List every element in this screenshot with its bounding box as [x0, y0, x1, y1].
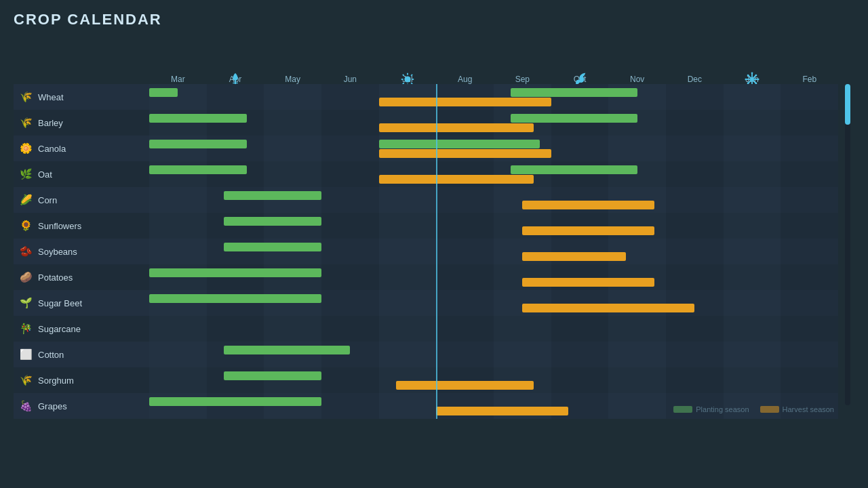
crop-label-sunflowers: 🌻Sunflowers	[14, 213, 149, 239]
crop-name-corn: Corn	[38, 195, 57, 205]
month-label-mar: Mar	[149, 75, 207, 84]
harvest-bar	[522, 278, 654, 287]
planting-bar	[149, 397, 321, 406]
crop-label-sugar-beet: 🌱Sugar Beet	[14, 290, 149, 316]
planting-bar	[149, 268, 321, 277]
crop-name-potatoes: Potatoes	[38, 272, 73, 283]
crop-label-sorghum: 🌾Sorghum	[14, 367, 149, 393]
scrollbar-thumb[interactable]	[845, 84, 850, 125]
crop-label-cotton: ⬜Cotton	[14, 342, 149, 367]
svg-point-17	[747, 75, 749, 77]
month-col-apr: Apr	[207, 72, 264, 84]
month-label-feb: Feb	[781, 75, 838, 84]
harvest-bar	[522, 201, 654, 209]
month-label-dec: Dec	[666, 75, 724, 84]
sugarcane-icon: 🎋	[19, 323, 33, 335]
month-col-jan: Jan	[724, 72, 781, 84]
planting-bar	[224, 371, 321, 380]
harvest-bar	[379, 123, 534, 132]
harvest-bar	[522, 304, 694, 312]
svg-point-0	[404, 76, 410, 82]
rows	[149, 84, 838, 419]
sugar-beet-icon: 🌱	[19, 297, 33, 309]
crop-name-canola: Canola	[38, 144, 66, 154]
crop-name-sugarcane: Sugarcane	[38, 324, 81, 334]
month-label-jun: Jun	[321, 75, 379, 84]
bar-row-wheat	[149, 84, 838, 110]
month-label-aug: Aug	[436, 75, 494, 84]
crop-labels: 🌾Wheat🌾Barley🌼Canola🌿Oat🌽Corn🌻Sunflowers…	[14, 84, 149, 419]
bar-row-sugarcane	[149, 316, 838, 342]
month-col-nov: Nov	[608, 72, 666, 84]
month-col-oct: Oct	[551, 72, 609, 84]
crop-label-corn: 🌽Corn	[14, 187, 149, 213]
planting-bar	[149, 165, 247, 174]
crop-label-potatoes: 🥔Potatoes	[14, 264, 149, 290]
bar-row-cotton	[149, 342, 838, 367]
month-header: Mar AprMayJun JulAugSep OctNovDec JanFeb	[149, 37, 838, 84]
harvest-bar	[436, 407, 568, 415]
crop-label-oat: 🌿Oat	[14, 161, 149, 187]
month-col-dec: Dec	[666, 72, 724, 84]
page-title: CROP CALENDAR	[14, 11, 854, 28]
crop-name-sugar-beet: Sugar Beet	[38, 298, 82, 308]
sunflowers-icon: 🌻	[19, 220, 33, 232]
scrollbar-track[interactable]	[845, 84, 850, 405]
planting-bar	[224, 243, 321, 251]
crop-name-soybeans: Soybeans	[38, 247, 77, 257]
planting-bar	[379, 140, 540, 148]
harvest-bar	[522, 226, 654, 235]
month-col-mar: Mar	[149, 72, 207, 84]
month-col-aug: Aug	[436, 72, 494, 84]
crop-name-sorghum: Sorghum	[38, 375, 74, 386]
main-container: CROP CALENDAR Mar AprMayJun JulAugSep Oc…	[0, 0, 868, 488]
crop-name-wheat: Wheat	[38, 92, 64, 102]
grid-body	[149, 84, 838, 419]
planting-bar	[511, 88, 637, 97]
svg-point-13	[751, 72, 753, 74]
calendar-area: Mar AprMayJun JulAugSep OctNovDec JanFeb…	[14, 37, 854, 419]
crop-label-grapes: 🍇Grapes	[14, 393, 149, 419]
harvest-bar	[379, 175, 534, 184]
sorghum-icon: 🌾	[19, 374, 33, 386]
potatoes-icon: 🥔	[19, 271, 33, 283]
svg-point-16	[757, 79, 760, 81]
oat-icon: 🌿	[19, 168, 33, 180]
bar-row-potatoes	[149, 264, 838, 290]
bar-row-sugar-beet	[149, 290, 838, 316]
bar-row-sorghum	[149, 367, 838, 393]
harvest-bar	[379, 98, 551, 106]
wheat-icon: 🌾	[19, 91, 33, 103]
planting-bar	[511, 165, 637, 174]
bar-row-sunflowers	[149, 213, 838, 239]
month-label-sep: Sep	[494, 75, 551, 84]
planting-bar	[224, 217, 321, 226]
harvest-bar	[396, 381, 534, 390]
current-date-line	[436, 84, 437, 419]
svg-line-7	[411, 75, 412, 76]
crop-name-grapes: Grapes	[38, 401, 67, 411]
planting-bar	[149, 114, 247, 123]
crop-name-cotton: Cotton	[38, 350, 64, 360]
crop-name-sunflowers: Sunflowers	[38, 221, 81, 231]
bar-row-barley	[149, 110, 838, 136]
month-col-jun: Jun	[321, 72, 379, 84]
svg-point-15	[745, 79, 747, 81]
month-label-may: May	[264, 75, 321, 84]
planting-bar	[149, 88, 178, 97]
barley-icon: 🌾	[19, 117, 33, 129]
planting-bar	[149, 294, 321, 303]
svg-line-5	[403, 75, 404, 76]
harvest-bar	[379, 149, 551, 158]
crop-label-soybeans: 🫘Soybeans	[14, 239, 149, 264]
bar-row-soybeans	[149, 239, 838, 264]
canola-icon: 🌼	[19, 142, 33, 155]
planting-bar	[224, 346, 350, 354]
month-col-may: May	[264, 72, 321, 84]
corn-icon: 🌽	[19, 194, 33, 206]
month-col-feb: Feb	[781, 72, 838, 84]
cotton-icon: ⬜	[19, 348, 33, 361]
grapes-icon: 🍇	[19, 400, 33, 412]
soybeans-icon: 🫘	[19, 245, 33, 258]
planting-bar	[149, 140, 247, 148]
